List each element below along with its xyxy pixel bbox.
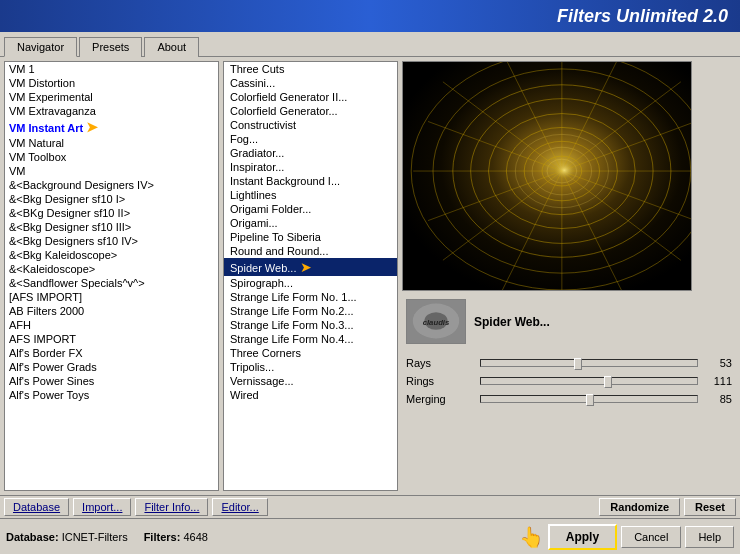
- middle-item[interactable]: Constructivist: [224, 118, 397, 132]
- middle-item[interactable]: Lightlines: [224, 188, 397, 202]
- param-label: Merging: [406, 393, 476, 405]
- middle-item[interactable]: Colorfield Generator...: [224, 104, 397, 118]
- middle-item[interactable]: Round and Round...: [224, 244, 397, 258]
- middle-item[interactable]: Origami...: [224, 216, 397, 230]
- apply-button[interactable]: Apply: [548, 524, 617, 550]
- middle-item[interactable]: Fog...: [224, 132, 397, 146]
- middle-item[interactable]: Pipeline To Siberia: [224, 230, 397, 244]
- list-item[interactable]: VM Distortion: [5, 76, 218, 90]
- database-status: Database: ICNET-Filters: [6, 531, 128, 543]
- plugin-info: claudis Spider Web...: [402, 295, 736, 348]
- action-buttons: 👆 Apply Cancel Help: [519, 524, 734, 550]
- middle-item[interactable]: Spirograph...: [224, 276, 397, 290]
- middle-item[interactable]: Cassini...: [224, 76, 397, 90]
- filter-info-button[interactable]: Filter Info...: [135, 498, 208, 516]
- filters-value: 4648: [183, 531, 207, 543]
- list-item[interactable]: [AFS IMPORT]: [5, 290, 218, 304]
- right-panel: claudis Spider Web... Rays53Rings111Merg…: [402, 61, 736, 491]
- middle-item[interactable]: Inspirator...: [224, 160, 397, 174]
- import-button[interactable]: Import...: [73, 498, 131, 516]
- list-item[interactable]: VM: [5, 164, 218, 178]
- list-item[interactable]: VM Experimental: [5, 90, 218, 104]
- list-item[interactable]: AB Filters 2000: [5, 304, 218, 318]
- list-item[interactable]: &<Kaleidoscope>: [5, 262, 218, 276]
- param-row: Merging85: [406, 392, 732, 406]
- plugin-logo: claudis: [406, 299, 466, 344]
- tab-about[interactable]: About: [144, 37, 199, 57]
- param-thumb[interactable]: [574, 358, 582, 370]
- tab-presets[interactable]: Presets: [79, 37, 142, 57]
- list-item[interactable]: VM 1: [5, 62, 218, 76]
- bottom-toolbar: Database Import... Filter Info... Editor…: [0, 495, 740, 518]
- param-row: Rings111: [406, 374, 732, 388]
- randomize-button[interactable]: Randomize: [599, 498, 680, 516]
- preview-container: [402, 61, 692, 291]
- list-item[interactable]: Alf's Power Toys: [5, 388, 218, 402]
- param-label: Rings: [406, 375, 476, 387]
- svg-point-25: [537, 151, 587, 191]
- middle-item[interactable]: Vernissage...: [224, 374, 397, 388]
- param-value: 85: [702, 393, 732, 405]
- plugin-filter-name: Spider Web...: [474, 315, 550, 329]
- title-bar: Filters Unlimited 2.0: [0, 0, 740, 32]
- database-value: ICNET-Filters: [62, 531, 128, 543]
- middle-item[interactable]: Strange Life Form No.4...: [224, 332, 397, 346]
- list-item[interactable]: &<Bkg Kaleidoscope>: [5, 248, 218, 262]
- middle-item[interactable]: Origami Folder...: [224, 202, 397, 216]
- param-slider[interactable]: [480, 356, 698, 370]
- list-item[interactable]: VM Toolbox: [5, 150, 218, 164]
- param-slider[interactable]: [480, 374, 698, 388]
- category-list[interactable]: VM 1VM DistortionVM ExperimentalVM Extra…: [5, 62, 218, 490]
- middle-item[interactable]: Spider Web... ➤: [224, 258, 397, 276]
- tab-bar: Navigator Presets About: [0, 32, 740, 57]
- param-label: Rays: [406, 357, 476, 369]
- app-title: Filters Unlimited 2.0: [557, 6, 728, 27]
- list-item[interactable]: Alf's Border FX: [5, 346, 218, 360]
- param-value: 53: [702, 357, 732, 369]
- params-area: Rays53Rings111Merging85: [402, 352, 736, 491]
- param-row: Rays53: [406, 356, 732, 370]
- middle-item[interactable]: Strange Life Form No.2...: [224, 304, 397, 318]
- list-item[interactable]: &<BKg Designer sf10 II>: [5, 206, 218, 220]
- tab-navigator[interactable]: Navigator: [4, 37, 77, 57]
- cancel-button[interactable]: Cancel: [621, 526, 681, 548]
- list-item[interactable]: &<Sandflower Specials^v^>: [5, 276, 218, 290]
- status-bar: Database: ICNET-Filters Filters: 4648 👆 …: [0, 518, 740, 554]
- param-slider[interactable]: [480, 392, 698, 406]
- list-item[interactable]: VM Natural: [5, 136, 218, 150]
- list-item[interactable]: VM Instant Art ➤: [5, 118, 218, 136]
- preview-canvas: [403, 62, 691, 290]
- filters-status: Filters: 4648: [144, 531, 208, 543]
- list-item[interactable]: AFS IMPORT: [5, 332, 218, 346]
- param-value: 111: [702, 375, 732, 387]
- list-item[interactable]: &<Bkg Designer sf10 III>: [5, 220, 218, 234]
- param-thumb[interactable]: [604, 376, 612, 388]
- list-item[interactable]: AFH: [5, 318, 218, 332]
- middle-item[interactable]: Tripolis...: [224, 360, 397, 374]
- list-item[interactable]: VM Extravaganza: [5, 104, 218, 118]
- list-item[interactable]: Alf's Power Sines: [5, 374, 218, 388]
- middle-panel: Three CutsCassini...Colorfield Generator…: [223, 61, 398, 491]
- svg-text:claudis: claudis: [423, 318, 450, 327]
- content-area: VM 1VM DistortionVM ExperimentalVM Extra…: [0, 57, 740, 495]
- middle-item[interactable]: Strange Life Form No. 1...: [224, 290, 397, 304]
- list-item[interactable]: Alf's Power Grads: [5, 360, 218, 374]
- middle-item[interactable]: Colorfield Generator II...: [224, 90, 397, 104]
- middle-item[interactable]: Instant Background I...: [224, 174, 397, 188]
- list-item[interactable]: &<Bkg Designers sf10 IV>: [5, 234, 218, 248]
- list-item[interactable]: &<Background Designers IV>: [5, 178, 218, 192]
- list-item[interactable]: &<Bkg Designer sf10 I>: [5, 192, 218, 206]
- middle-item[interactable]: Gradiator...: [224, 146, 397, 160]
- editor-button[interactable]: Editor...: [212, 498, 267, 516]
- middle-item[interactable]: Wired: [224, 388, 397, 402]
- left-panel: VM 1VM DistortionVM ExperimentalVM Extra…: [4, 61, 219, 491]
- help-button[interactable]: Help: [685, 526, 734, 548]
- middle-item[interactable]: Three Cuts: [224, 62, 397, 76]
- param-thumb[interactable]: [586, 394, 594, 406]
- database-button[interactable]: Database: [4, 498, 69, 516]
- filter-list[interactable]: Three CutsCassini...Colorfield Generator…: [224, 62, 397, 490]
- middle-item[interactable]: Three Corners: [224, 346, 397, 360]
- middle-item[interactable]: Strange Life Form No.3...: [224, 318, 397, 332]
- reset-button[interactable]: Reset: [684, 498, 736, 516]
- hand-pointer-icon: 👆: [519, 525, 544, 549]
